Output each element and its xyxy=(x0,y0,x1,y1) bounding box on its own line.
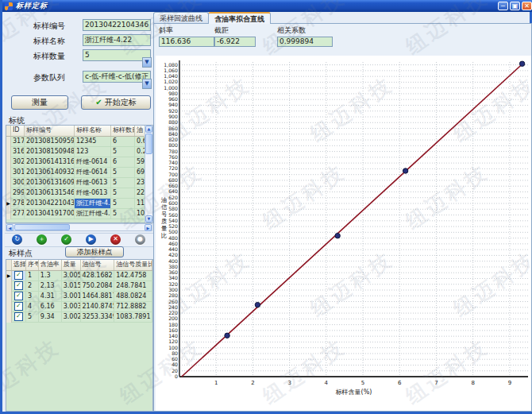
cell[interactable]: 300 xyxy=(11,178,25,188)
table-row[interactable]: 317201308150959211234560.6 xyxy=(6,137,152,147)
cell[interactable]: 纤维-0613 xyxy=(75,188,111,199)
cell[interactable]: 20130614093232 xyxy=(25,168,75,178)
chevron-down-icon[interactable]: ▼ xyxy=(142,57,152,68)
cell[interactable]: 3.0013 xyxy=(62,292,81,302)
cell[interactable]: 277 xyxy=(11,209,25,219)
cell[interactable]: 1.3 xyxy=(39,271,62,281)
table-row[interactable]: 3162013081509485212350.2 xyxy=(6,147,152,157)
cell[interactable]: 浙江纤维-4.19 xyxy=(75,209,111,219)
sample-name-field[interactable]: 浙江纤维-4.22 xyxy=(83,34,151,46)
cell[interactable]: 5 xyxy=(111,147,135,157)
table-row[interactable]: ▶✓11.33.0052428.1682142.4758 xyxy=(6,271,152,281)
cell[interactable]: 2140.8745 xyxy=(81,302,115,312)
table-row[interactable]: ✓46.163.00312140.8745712.8882 xyxy=(6,302,152,312)
cancel-icon[interactable]: ● xyxy=(135,234,145,245)
cell[interactable]: 123 xyxy=(75,147,111,157)
table-row[interactable]: ✓34.313.00131464.8817488.0824 xyxy=(6,292,152,302)
cell[interactable]: 248.7841 xyxy=(114,281,152,292)
column-header[interactable]: 含油率 xyxy=(39,260,62,270)
samples-table-header[interactable]: ID标样编号标样名称标样数量油 xyxy=(6,126,152,137)
cell[interactable]: 299 xyxy=(11,188,25,199)
close-button[interactable]: ✕ xyxy=(522,2,532,10)
cell[interactable]: 纤维-0613 xyxy=(75,178,111,188)
measure-button[interactable]: 测量 xyxy=(11,95,68,110)
cell[interactable]: 5 xyxy=(111,199,135,209)
cell[interactable]: 142.4758 xyxy=(114,271,152,281)
cell[interactable]: ✓ xyxy=(12,302,26,312)
table-row[interactable]: 30120130614093232纤维-0614569 xyxy=(6,168,152,178)
scroll-left-icon[interactable]: ◀ xyxy=(6,224,13,231)
cell[interactable]: 12345 xyxy=(75,137,111,147)
cell[interactable]: 5 xyxy=(111,168,135,178)
scroll-down-icon[interactable]: ▼ xyxy=(145,215,152,222)
add-sample-point-button[interactable]: 添加标样点 xyxy=(65,246,124,257)
checkbox[interactable]: ✓ xyxy=(14,312,23,321)
cell[interactable]: 5 xyxy=(111,188,135,199)
cell[interactable]: 488.0824 xyxy=(114,292,152,302)
cell[interactable]: 712.8882 xyxy=(114,302,152,312)
table-row[interactable]: ✓22.133.0155750.2084248.7841 xyxy=(6,281,152,292)
cell[interactable]: 6 xyxy=(111,137,135,147)
cell[interactable]: 3.0052 xyxy=(62,271,81,281)
table-row[interactable]: ✓59.343.0023253.33491083.7891 xyxy=(6,312,152,323)
add-icon[interactable]: ＋ xyxy=(37,234,47,245)
cell[interactable]: 5 xyxy=(111,178,135,188)
cell[interactable]: 3 xyxy=(26,292,39,302)
table-row[interactable]: 30220130614131638纤维-0614659 xyxy=(6,157,152,168)
cell[interactable]: 9.34 xyxy=(39,312,62,323)
cell[interactable]: 3.002 xyxy=(62,312,81,323)
cell[interactable]: ✓ xyxy=(12,292,26,302)
cell[interactable]: 1464.8817 xyxy=(81,292,115,302)
cell[interactable]: 278 xyxy=(11,199,25,209)
cell[interactable]: 4 xyxy=(26,302,39,312)
checkbox[interactable]: ✓ xyxy=(14,281,23,290)
chevron-down-icon[interactable]: ▼ xyxy=(142,79,152,89)
param-queue-select[interactable]: c-低-纤维-c-低(修正 xyxy=(83,71,151,83)
cell[interactable]: 428.1682 xyxy=(81,271,115,281)
maximize-button[interactable]: ▣ xyxy=(510,2,520,10)
column-header[interactable]: ID xyxy=(11,126,25,136)
post-icon[interactable]: ✓ xyxy=(61,234,71,245)
cell[interactable]: 6.16 xyxy=(39,302,62,312)
cell[interactable]: 20130613154620 xyxy=(25,188,75,199)
scroll-up-icon[interactable]: ▲ xyxy=(145,126,152,133)
checkbox[interactable]: ✓ xyxy=(14,271,23,280)
cell[interactable]: 20130614131638 xyxy=(25,157,75,168)
cell[interactable]: 3253.3349 xyxy=(81,312,115,323)
table-row[interactable]: 29920130613154620纤维-0613522 xyxy=(6,188,152,199)
cell[interactable]: 316 xyxy=(11,147,25,157)
cell[interactable]: 4.31 xyxy=(39,292,62,302)
points-table-header[interactable]: 选择序号含油率质量油信号油信号质量比 xyxy=(6,260,152,271)
sample-count-select[interactable]: 5 xyxy=(83,49,151,61)
scrollbar-thumb[interactable] xyxy=(14,224,70,230)
column-header[interactable]: 质量 xyxy=(62,260,81,270)
cell[interactable]: 3.0031 xyxy=(62,302,81,312)
column-header[interactable]: 标样名称 xyxy=(75,126,111,136)
cell[interactable]: ✓ xyxy=(12,281,26,292)
cell[interactable]: 2.13 xyxy=(39,281,62,292)
cell[interactable]: 1083.7891 xyxy=(114,312,152,323)
cell[interactable]: 2 xyxy=(26,281,39,292)
column-header[interactable]: 标样编号 xyxy=(25,126,75,136)
stat-field[interactable]: 116.636 xyxy=(159,37,214,47)
stat-field[interactable]: 0.999894 xyxy=(277,37,333,47)
delete-icon[interactable]: ✕ xyxy=(110,234,121,245)
checkbox[interactable]: ✓ xyxy=(14,292,23,300)
checkbox[interactable]: ✓ xyxy=(14,302,23,311)
cell[interactable]: 750.2084 xyxy=(81,281,115,292)
cell[interactable]: 301 xyxy=(11,168,25,178)
column-header[interactable]: 序号 xyxy=(26,260,39,270)
column-header[interactable]: 油信号 xyxy=(81,260,115,270)
cell[interactable]: 20130815095921 xyxy=(25,137,75,147)
cell[interactable]: 浙江纤维-4.22 xyxy=(75,199,111,209)
cell[interactable]: 纤维-0614 xyxy=(75,157,111,168)
column-header[interactable]: 标样数量 xyxy=(111,126,135,136)
table-row[interactable]: ▶27820130422104346浙江纤维-4.22511 xyxy=(6,199,152,209)
cell[interactable]: 317 xyxy=(11,137,25,147)
cell[interactable]: ✓ xyxy=(12,312,26,323)
column-header[interactable]: 油信号质量比 xyxy=(114,260,152,270)
tab-echo-curve[interactable]: 采样回波曲线 xyxy=(153,12,209,24)
cell[interactable]: 20130613160900 xyxy=(25,178,75,188)
minimize-button[interactable]: ─ xyxy=(498,2,508,10)
start-calibration-button[interactable]: ✔开始定标 xyxy=(81,95,151,110)
